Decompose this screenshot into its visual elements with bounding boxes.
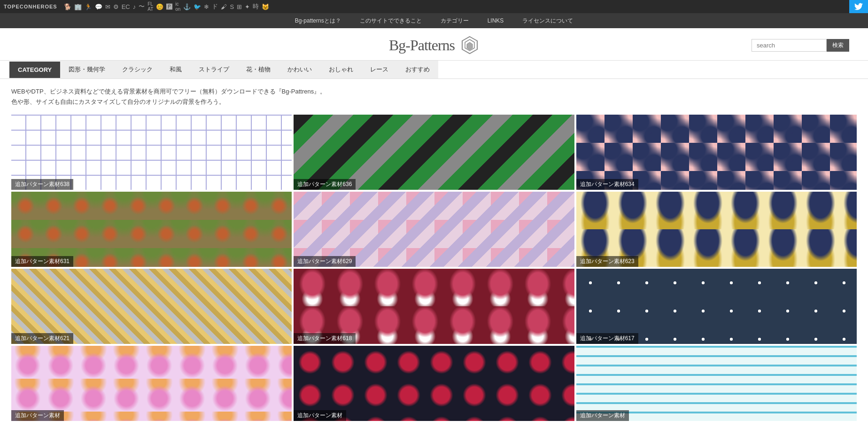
pattern-item-634[interactable]: 追加パターン素材634 bbox=[576, 115, 857, 190]
nav-bar: Bg-patternsとは？このサイトでできることカテゴリーLINKSライセンス… bbox=[0, 13, 868, 28]
category-tab-図形・幾何学[interactable]: 図形・幾何学 bbox=[60, 61, 114, 78]
icon-emoji[interactable]: 😊 bbox=[156, 3, 163, 10]
icon-brush[interactable]: 🖌 bbox=[221, 3, 227, 10]
pattern-item-bottom3[interactable]: 追加パターン素材 bbox=[576, 346, 857, 421]
icon-runner[interactable]: 🏃 bbox=[85, 3, 92, 10]
icon-parking[interactable]: 🅿 bbox=[166, 3, 172, 10]
icon-music[interactable]: ♪ bbox=[133, 3, 136, 10]
logo-area: Bg-Patterns bbox=[389, 36, 479, 54]
category-tab-花・植物[interactable]: 花・植物 bbox=[238, 61, 279, 78]
icon-s[interactable]: S bbox=[230, 3, 234, 10]
icon-kanji-ji[interactable]: 時 bbox=[253, 2, 259, 11]
logo-icon bbox=[460, 36, 479, 54]
category-tab-クラシック[interactable]: クラシック bbox=[114, 61, 161, 78]
pattern-label-623: 追加パターン素材623 bbox=[576, 256, 638, 267]
description-line1: WEBやDTP、ビジネス資料などで使える背景素材を商用可でフリー（無料）ダウンロ… bbox=[11, 86, 857, 97]
icon-gear[interactable]: ⚙ bbox=[113, 3, 119, 10]
icon-dog[interactable]: 🐕 bbox=[64, 3, 71, 10]
icon-face[interactable]: 😺 bbox=[262, 3, 269, 10]
pattern-label-bottom2: 追加パターン素材 bbox=[294, 410, 346, 421]
pattern-label-617: 追加パターン素材617 bbox=[576, 333, 638, 344]
icon-star2[interactable]: ✦ bbox=[245, 3, 250, 10]
nav-item-license[interactable]: ライセンスについて bbox=[522, 17, 573, 25]
icon-mail[interactable]: ✉ bbox=[105, 3, 110, 10]
pattern-item-623[interactable]: 追加パターン素材623 bbox=[576, 192, 857, 267]
pattern-item-618[interactable]: 追加パターン素材618 bbox=[294, 269, 574, 344]
icon-anchor[interactable]: ⚓ bbox=[183, 3, 191, 10]
description-line2: 色や形、サイズも自由にカスタマイズして自分のオリジナルの背景を作ろう。 bbox=[11, 97, 857, 107]
pattern-label-636: 追加パターン素材636 bbox=[294, 179, 356, 190]
pattern-item-636[interactable]: 追加パターン素材636 bbox=[294, 115, 574, 190]
search-input[interactable] bbox=[752, 39, 827, 52]
icon-ic[interactable]: icon bbox=[175, 1, 180, 12]
logo-text: Bg-Patterns bbox=[389, 37, 455, 54]
pattern-label-629: 追加パターン素材629 bbox=[294, 256, 356, 267]
icon-snowflake[interactable]: ❄ bbox=[204, 3, 209, 10]
icon-building[interactable]: 🏢 bbox=[74, 3, 82, 10]
twitter-button[interactable] bbox=[849, 0, 868, 13]
icon-bird[interactable]: 🐦 bbox=[194, 3, 201, 10]
svg-marker-2 bbox=[467, 42, 473, 50]
pattern-item-621[interactable]: 追加パターン素材621 bbox=[11, 269, 292, 344]
icon-speech[interactable]: 💬 bbox=[95, 3, 102, 10]
brand-label: TOPECONHEROES bbox=[4, 4, 57, 9]
pattern-item-617[interactable]: 追加パターン素材617 bbox=[576, 269, 857, 344]
nav-item-features[interactable]: このサイトでできること bbox=[360, 17, 422, 25]
header: Bg-Patterns 検索 bbox=[0, 28, 868, 60]
category-tab-レース[interactable]: レース bbox=[362, 61, 397, 78]
pattern-label-618: 追加パターン素材618 bbox=[294, 333, 356, 344]
category-tab-おしゃれ[interactable]: おしゃれ bbox=[320, 61, 362, 78]
pattern-item-bottom2[interactable]: 追加パターン素材 bbox=[294, 346, 574, 421]
nav-item-links[interactable]: LINKS bbox=[488, 17, 504, 24]
icon-grid[interactable]: ⊞ bbox=[237, 3, 242, 10]
category-tab-かわいい[interactable]: かわいい bbox=[279, 61, 320, 78]
pattern-grid: 追加パターン素材638追加パターン素材636追加パターン素材634追加パターン素… bbox=[0, 111, 868, 425]
pattern-label-bottom3: 追加パターン素材 bbox=[576, 410, 629, 421]
pattern-item-638[interactable]: 追加パターン素材638 bbox=[11, 115, 292, 190]
nav-item-about[interactable]: Bg-patternsとは？ bbox=[295, 17, 341, 25]
pattern-item-629[interactable]: 追加パターン素材629 bbox=[294, 192, 574, 267]
icon-wave[interactable]: 〜 bbox=[139, 2, 145, 11]
category-tab-和風[interactable]: 和風 bbox=[161, 61, 190, 78]
pattern-label-631: 追加パターン素材631 bbox=[11, 256, 73, 267]
pattern-label-621: 追加パターン素材621 bbox=[11, 333, 73, 344]
category-tab-おすすめ[interactable]: おすすめ bbox=[397, 61, 438, 78]
category-tab-CATEGORY[interactable]: CATEGORY bbox=[9, 62, 60, 78]
icon-ec[interactable]: EC bbox=[122, 3, 130, 10]
pattern-item-bottom1[interactable]: 追加パターン素材 bbox=[11, 346, 292, 421]
pattern-label-638: 追加パターン素材638 bbox=[11, 179, 73, 190]
icon-katakana-do[interactable]: ド bbox=[212, 2, 218, 11]
icon-flat[interactable]: FLAT bbox=[147, 1, 153, 12]
pattern-label-634: 追加パターン素材634 bbox=[576, 179, 638, 190]
nav-item-categories[interactable]: カテゴリー bbox=[441, 17, 469, 25]
pattern-label-bottom1: 追加パターン素材 bbox=[11, 410, 64, 421]
top-icon-bar: TOPECONHEROES 🐕 🏢 🏃 💬 ✉ ⚙ EC ♪ 〜 FLAT 😊 … bbox=[0, 0, 868, 13]
pattern-item-631[interactable]: 追加パターン素材631 bbox=[11, 192, 292, 267]
search-button[interactable]: 検索 bbox=[827, 39, 849, 52]
search-area: 検索 bbox=[752, 39, 849, 52]
category-bar: CATEGORY図形・幾何学クラシック和風ストライプ花・植物かわいいおしゃれレー… bbox=[0, 60, 868, 79]
description: WEBやDTP、ビジネス資料などで使える背景素材を商用可でフリー（無料）ダウンロ… bbox=[0, 79, 868, 111]
category-tab-ストライプ[interactable]: ストライプ bbox=[190, 61, 238, 78]
